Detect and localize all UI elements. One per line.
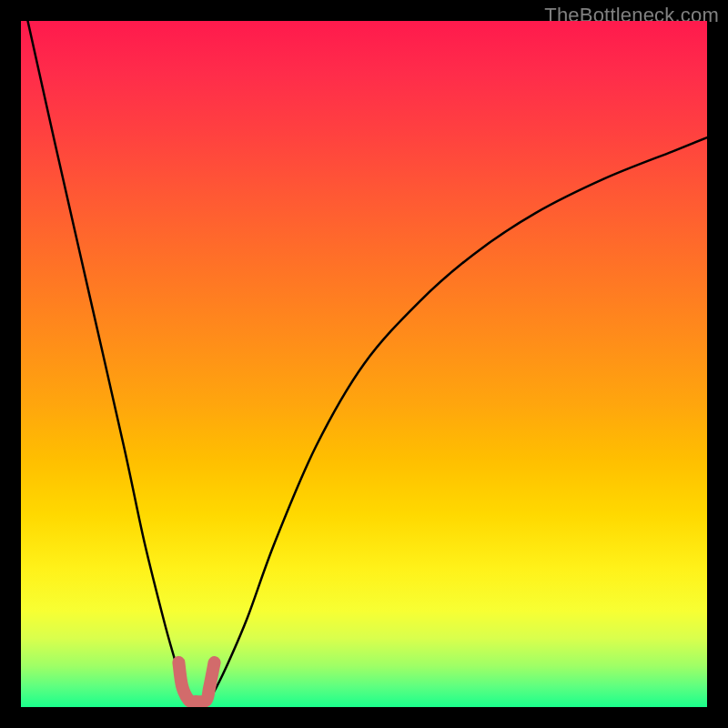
curve-svg bbox=[21, 21, 707, 707]
curve-notch bbox=[178, 662, 214, 702]
plot-area bbox=[21, 21, 707, 707]
chart-stage: TheBottleneck.com bbox=[0, 0, 728, 728]
curve-left-branch bbox=[28, 21, 193, 701]
curve-right-branch bbox=[207, 137, 707, 700]
